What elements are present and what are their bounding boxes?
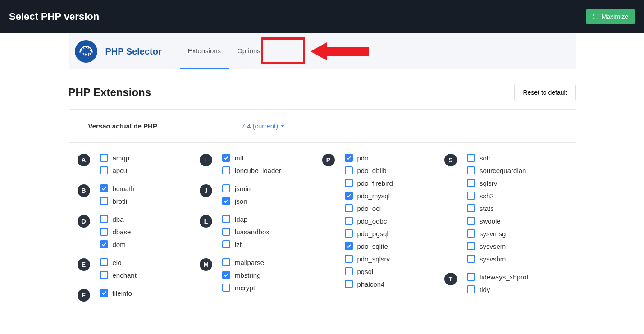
extension-label[interactable]: brotli bbox=[113, 197, 128, 205]
extension-label[interactable]: solr bbox=[480, 154, 490, 162]
extension-label[interactable]: intl bbox=[235, 154, 243, 162]
extension-label[interactable]: sysvshm bbox=[480, 255, 506, 263]
checkbox-phalcon4[interactable] bbox=[345, 280, 353, 288]
version-select[interactable]: 7.4 (current) bbox=[242, 122, 285, 130]
checkbox-brotli[interactable] bbox=[100, 197, 108, 205]
extension-label[interactable]: apcu bbox=[113, 167, 128, 174]
extension-label[interactable]: mcrypt bbox=[235, 284, 255, 292]
extension-label[interactable]: json bbox=[235, 197, 247, 205]
tab-options[interactable]: Options bbox=[229, 33, 269, 69]
extension-label[interactable]: dba bbox=[113, 215, 124, 223]
checkbox-swoole[interactable] bbox=[467, 217, 475, 225]
extension-label[interactable]: sourceguardian bbox=[480, 167, 526, 174]
checkbox-sqlsrv[interactable] bbox=[467, 179, 475, 187]
extension-label[interactable]: dom bbox=[113, 241, 126, 248]
extension-label[interactable]: ssh2 bbox=[480, 192, 494, 200]
checkbox-ldap[interactable] bbox=[222, 215, 230, 223]
extension-label[interactable]: amqp bbox=[113, 154, 130, 162]
checkbox-fileinfo[interactable] bbox=[100, 289, 108, 297]
checkbox-dbase[interactable] bbox=[100, 228, 108, 236]
checkbox-pdo_mysql[interactable] bbox=[345, 192, 353, 200]
checkbox-mcrypt[interactable] bbox=[222, 284, 230, 292]
extension-label[interactable]: jsmin bbox=[235, 185, 251, 192]
extension-label[interactable]: pgsql bbox=[357, 268, 374, 275]
extension-label[interactable]: pdo_mysql bbox=[357, 192, 390, 200]
checkbox-dba[interactable] bbox=[100, 215, 108, 223]
extension-label[interactable]: tidy bbox=[480, 286, 490, 293]
checkbox-sysvsem[interactable] bbox=[467, 242, 475, 250]
checkbox-intl[interactable] bbox=[222, 154, 230, 162]
extension-items: amqpapcu bbox=[100, 154, 130, 174]
extension-label[interactable]: pdo bbox=[357, 154, 369, 162]
extension-label[interactable]: ioncube_loader bbox=[235, 167, 281, 174]
checkbox-amqp[interactable] bbox=[100, 154, 108, 162]
tab-extensions[interactable]: Extensions bbox=[180, 33, 229, 69]
checkbox-pdo_firebird[interactable] bbox=[345, 179, 353, 187]
extension-item-mailparse: mailparse bbox=[222, 258, 264, 266]
extension-label[interactable]: pdo_sqlsrv bbox=[357, 255, 390, 263]
checkbox-mailparse[interactable] bbox=[222, 258, 230, 266]
extension-label[interactable]: sysvsem bbox=[480, 242, 506, 250]
checkbox-tideways_xhprof[interactable] bbox=[467, 273, 475, 281]
extension-label[interactable]: phalcon4 bbox=[357, 280, 385, 288]
extension-label[interactable]: fileinfo bbox=[113, 289, 132, 297]
extension-label[interactable]: dbase bbox=[113, 228, 131, 236]
checkbox-solr[interactable] bbox=[467, 154, 475, 162]
checkbox-stats[interactable] bbox=[467, 204, 475, 212]
extension-label[interactable]: ldap bbox=[235, 215, 247, 223]
extension-label[interactable]: eio bbox=[113, 259, 122, 266]
extension-label[interactable]: sysvmsg bbox=[480, 230, 506, 238]
extension-label[interactable]: stats bbox=[480, 205, 494, 212]
checkbox-sysvmsg[interactable] bbox=[467, 229, 475, 238]
extension-items: intlioncube_loader bbox=[222, 154, 281, 174]
extension-label[interactable]: pdo_oci bbox=[357, 205, 381, 212]
extension-items: dbadbasedom bbox=[100, 215, 131, 248]
checkbox-sourceguardian[interactable] bbox=[467, 166, 475, 174]
extension-label[interactable]: bcmath bbox=[113, 185, 135, 192]
checkbox-pdo_odbc[interactable] bbox=[345, 217, 353, 225]
extension-label[interactable]: sqlsrv bbox=[480, 179, 497, 187]
checkbox-enchant[interactable] bbox=[100, 271, 108, 279]
extension-item-phalcon4: phalcon4 bbox=[345, 280, 393, 288]
extension-label[interactable]: pdo_firebird bbox=[357, 179, 393, 187]
extension-label[interactable]: luasandbox bbox=[235, 228, 269, 236]
extension-label[interactable]: swoole bbox=[480, 217, 501, 225]
extension-item-brotli: brotli bbox=[100, 197, 135, 205]
checkbox-tidy[interactable] bbox=[467, 285, 475, 293]
extension-label[interactable]: pdo_odbc bbox=[357, 217, 387, 225]
checkbox-bcmath[interactable] bbox=[100, 184, 108, 192]
extension-label[interactable]: pdo_pgsql bbox=[357, 230, 388, 238]
checkbox-sysvshm[interactable] bbox=[467, 255, 475, 263]
checkbox-pdo_sqlite[interactable] bbox=[345, 242, 353, 250]
checkbox-jsmin[interactable] bbox=[222, 184, 230, 192]
checkbox-lzf[interactable] bbox=[222, 240, 230, 248]
extension-label[interactable]: tideways_xhprof bbox=[480, 273, 528, 281]
checkbox-pgsql[interactable] bbox=[345, 267, 353, 275]
checkbox-eio[interactable] bbox=[100, 258, 108, 266]
checkbox-pdo_pgsql[interactable] bbox=[345, 229, 353, 238]
extension-label[interactable]: mbstring bbox=[235, 271, 261, 279]
letter-badge: L bbox=[200, 215, 212, 228]
extension-item-ssh2: ssh2 bbox=[467, 192, 526, 200]
extension-item-pdo: pdo bbox=[345, 154, 393, 162]
extension-label[interactable]: lzf bbox=[235, 241, 242, 248]
checkbox-pdo_oci[interactable] bbox=[345, 204, 353, 212]
extension-items: mailparsembstringmcrypt bbox=[222, 258, 264, 292]
checkbox-mbstring[interactable] bbox=[222, 271, 230, 279]
maximize-button[interactable]: Maximize bbox=[586, 9, 635, 24]
extension-label[interactable]: pdo_dblib bbox=[357, 167, 387, 174]
checkbox-json[interactable] bbox=[222, 197, 230, 205]
checkbox-ioncube_loader[interactable] bbox=[222, 166, 230, 174]
extension-label[interactable]: enchant bbox=[113, 271, 137, 279]
extension-item-pgsql: pgsql bbox=[345, 267, 393, 275]
checkbox-pdo[interactable] bbox=[345, 154, 353, 162]
checkbox-apcu[interactable] bbox=[100, 166, 108, 174]
checkbox-ssh2[interactable] bbox=[467, 192, 475, 200]
checkbox-pdo_sqlsrv[interactable] bbox=[345, 255, 353, 263]
extension-label[interactable]: mailparse bbox=[235, 259, 264, 266]
checkbox-pdo_dblib[interactable] bbox=[345, 166, 353, 174]
extension-label[interactable]: pdo_sqlite bbox=[357, 242, 388, 250]
reset-to-default-button[interactable]: Reset to default bbox=[514, 84, 575, 101]
checkbox-dom[interactable] bbox=[100, 240, 108, 248]
checkbox-luasandbox[interactable] bbox=[222, 228, 230, 236]
